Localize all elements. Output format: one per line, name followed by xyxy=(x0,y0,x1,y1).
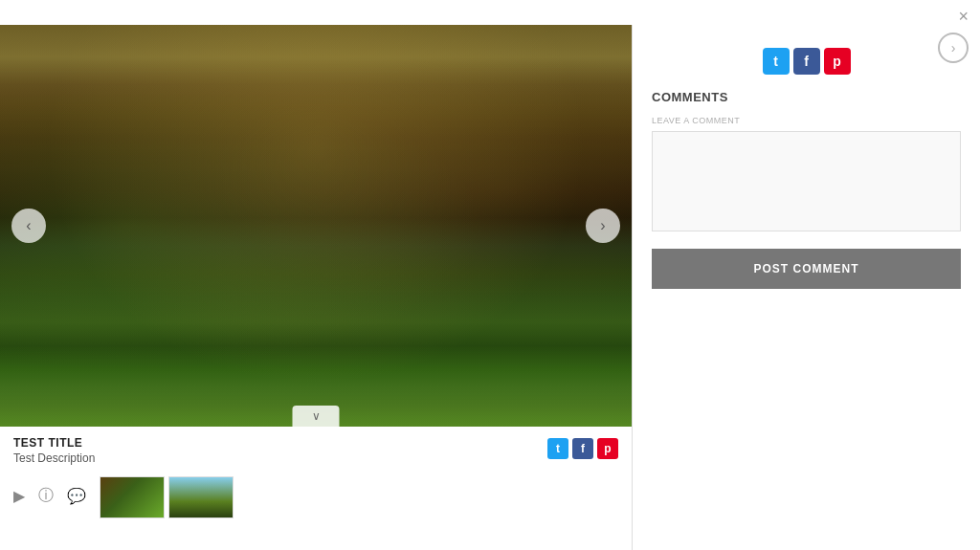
twitter-icon-top[interactable]: t xyxy=(763,48,790,75)
title-row: TEST TITLE Test Description t f p xyxy=(13,436,618,465)
pinterest-icon-bottom[interactable]: p xyxy=(597,438,618,459)
social-icons-top: t f p xyxy=(652,48,961,75)
bottom-info: TEST TITLE Test Description t f p ▶ ⓘ 💬 xyxy=(0,427,632,550)
leave-comment-label: LEAVE A COMMENT xyxy=(652,116,961,125)
post-comment-button[interactable]: POST COMMENT xyxy=(652,249,961,289)
social-icons-bottom: t f p xyxy=(547,438,618,459)
action-icons: ▶ ⓘ 💬 xyxy=(13,473,618,518)
next-button[interactable]: › xyxy=(586,209,620,243)
facebook-icon-top[interactable]: f xyxy=(793,48,820,75)
info-icon[interactable]: ⓘ xyxy=(38,486,54,506)
prev-button[interactable]: ‹ xyxy=(11,209,46,243)
thumbnail-1[interactable] xyxy=(100,476,165,518)
chevron-down-button[interactable]: ∨ xyxy=(293,406,340,427)
comment-textarea[interactable] xyxy=(652,131,961,231)
forest-overlay xyxy=(0,25,632,427)
forest-image xyxy=(0,25,632,427)
main-content: ‹ › ∨ TEST TITLE Test Description t f p … xyxy=(0,25,980,550)
close-button[interactable]: × xyxy=(958,8,969,25)
facebook-icon-bottom[interactable]: f xyxy=(572,438,593,459)
thumbnail-2[interactable] xyxy=(168,476,234,518)
item-description: Test Description xyxy=(13,451,95,465)
right-nav-button[interactable]: › xyxy=(938,33,969,63)
twitter-icon-bottom[interactable]: t xyxy=(547,438,568,459)
image-container: ‹ › ∨ xyxy=(0,25,632,427)
top-bar: × xyxy=(0,0,980,25)
comments-title: COMMENTS xyxy=(652,90,961,104)
play-icon[interactable]: ▶ xyxy=(13,487,25,505)
thumbnails xyxy=(100,476,234,518)
right-top-nav: › xyxy=(938,33,969,63)
item-title: TEST TITLE xyxy=(13,436,95,450)
pinterest-icon-top[interactable]: p xyxy=(824,48,851,75)
comment-icon[interactable]: 💬 xyxy=(67,487,86,505)
comments-section: COMMENTS LEAVE A COMMENT POST COMMENT xyxy=(652,90,961,535)
title-description-group: TEST TITLE Test Description xyxy=(13,436,95,465)
right-panel: › t f p COMMENTS LEAVE A COMMENT POST CO… xyxy=(633,25,980,550)
left-panel: ‹ › ∨ TEST TITLE Test Description t f p … xyxy=(0,25,632,550)
